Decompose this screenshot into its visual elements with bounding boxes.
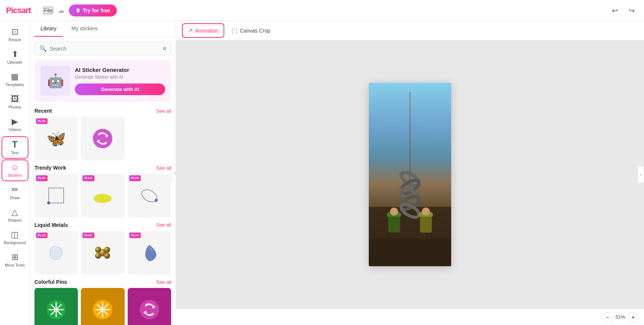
trendy-title: Trendy Work	[34, 165, 66, 171]
sidebar-item-text[interactable]: T Text	[1, 136, 28, 159]
colorful-pins-section-header: Colorful Pins See all	[34, 279, 171, 285]
ai-card-title: AI Sticker Generator	[75, 67, 165, 73]
undo-button[interactable]: ↩	[609, 4, 621, 16]
canvas-image-container	[369, 83, 451, 266]
recent-sticker-grid: PLUS 🦋	[34, 117, 171, 160]
recent-title: Recent	[34, 108, 52, 114]
svg-point-30	[390, 207, 398, 215]
svg-point-9	[95, 253, 101, 259]
svg-point-0	[93, 129, 112, 148]
canvas-crop-icon: ⬚	[232, 27, 237, 34]
shapes-icon: △	[12, 208, 18, 216]
sidebar-item-label: Text	[11, 151, 18, 155]
canvas-bottom-bar: − 51% +	[176, 309, 644, 325]
sticker-sync[interactable]	[81, 117, 124, 160]
sidebar-item-shapes[interactable]: △ Shapes	[1, 204, 28, 226]
sticker-yellow-shape[interactable]: PLUS	[81, 174, 124, 217]
plus-badge: PLUS	[82, 175, 94, 181]
sidebar-item-templates[interactable]: ▦ Templates	[1, 69, 28, 91]
sync-circle-image	[91, 127, 114, 150]
cloud-icon[interactable]: ☁	[58, 6, 64, 15]
sidebar-item-label: Shapes	[8, 218, 22, 222]
sidebar-item-uploads[interactable]: ⬆ Uploads	[1, 46, 28, 68]
svg-point-5	[155, 199, 158, 202]
search-input[interactable]	[50, 46, 160, 52]
canvas-area: ↗ Animation ⬚ Canvas Crop	[176, 21, 644, 325]
panel-tabs: Library My stickers	[30, 21, 176, 37]
sticker-glass[interactable]: PLUS	[34, 231, 78, 274]
svg-point-33	[422, 207, 430, 215]
recent-section-header: Recent See all	[34, 108, 171, 114]
sidebar-item-label: Videos	[9, 127, 21, 132]
sticker-oval[interactable]: PLUS	[128, 174, 171, 217]
sidebar-item-label: Photos	[8, 105, 21, 109]
sticker-butterfly[interactable]: PLUS 🦋	[34, 117, 78, 160]
colorful-pins-grid	[34, 288, 171, 325]
logo-text: Picsart	[6, 6, 31, 15]
chain-visual	[369, 147, 451, 267]
sidebar-item-label: Templates	[5, 82, 24, 87]
plus-badge: PLUS	[129, 175, 141, 181]
panel-collapse-button[interactable]: ‹	[171, 164, 176, 182]
canvas-toolbar: ↗ Animation ⬚ Canvas Crop	[176, 21, 644, 40]
right-panel-expand[interactable]: ›	[638, 165, 644, 183]
robot-icon: 🤖	[47, 73, 64, 89]
zoom-out-button[interactable]: −	[603, 312, 613, 322]
pink-pin-image	[138, 298, 161, 321]
sidebar-item-videos[interactable]: ▶ Videos	[1, 114, 28, 136]
canvas-crop-button[interactable]: ⬚ Canvas Crop	[226, 23, 276, 38]
zoom-in-button[interactable]: +	[628, 312, 638, 322]
ai-card-subtitle: Generate Sticker with AI	[75, 75, 165, 80]
trendy-sticker-grid: PLUS PLUS PLUS	[34, 174, 171, 217]
ai-sticker-card: 🤖 AI Sticker Generator Generate Sticker …	[34, 60, 171, 102]
svg-rect-34	[369, 239, 451, 266]
left-sidebar: ⊡ Resize ⬆ Uploads ▦ Templates 🖼 Photos …	[0, 21, 30, 325]
photos-icon: 🖼	[11, 95, 19, 103]
sticker-green-pin[interactable]	[34, 288, 78, 325]
sticker-pink-pin[interactable]	[128, 288, 171, 325]
background-icon: ◫	[11, 231, 19, 239]
colorful-pins-title: Colorful Pins	[34, 279, 67, 285]
liquid-metals-grid: PLUS PLUS	[34, 231, 171, 274]
animation-button[interactable]: ↗ Animation	[182, 23, 224, 38]
sidebar-item-more-tools[interactable]: ⊞ More Tools	[1, 249, 28, 271]
sidebar-item-draw[interactable]: ✏ Draw	[1, 182, 28, 204]
sticker-gold-balls[interactable]: PLUS	[81, 231, 124, 274]
sidebar-item-label: Background	[4, 240, 26, 245]
ai-card-image: 🤖	[40, 66, 70, 96]
sidebar-item-background[interactable]: ◫ Background	[1, 227, 28, 249]
plus-badge: PLUS	[36, 175, 48, 181]
sidebar-item-photos[interactable]: 🖼 Photos	[1, 91, 28, 113]
sticker-square-line[interactable]: PLUS	[34, 174, 78, 217]
tab-my-stickers[interactable]: My stickers	[66, 21, 104, 37]
generate-ai-button[interactable]: Generate with AI	[75, 83, 165, 95]
square-line-image	[45, 184, 67, 207]
sidebar-item-resize[interactable]: ⊡ Resize	[1, 24, 28, 46]
upload-icon: ⬆	[12, 50, 18, 58]
filter-icon[interactable]: ≡	[163, 45, 166, 52]
svg-point-10	[104, 253, 110, 259]
redo-button[interactable]: ↪	[626, 4, 638, 16]
sidebar-item-label: Draw	[10, 195, 20, 200]
oval-image	[138, 185, 161, 207]
topbar: Picsart File ☁ ♛ Try for free ↩ ↪	[0, 0, 644, 21]
try-free-button[interactable]: ♛ Try for free	[69, 4, 117, 16]
gold-pin-image	[91, 298, 114, 321]
file-menu[interactable]: File	[43, 7, 53, 14]
blue-metal-image	[138, 242, 161, 264]
sticker-gold-pin[interactable]	[81, 288, 124, 325]
colorful-pins-see-all[interactable]: See all	[156, 279, 171, 285]
sticker-blue-metal[interactable]: PLUS	[128, 231, 171, 274]
logo: Picsart	[6, 6, 31, 15]
liquid-metals-see-all[interactable]: See all	[156, 222, 171, 228]
svg-rect-1	[49, 188, 64, 203]
recent-see-all[interactable]: See all	[156, 108, 171, 114]
svg-point-7	[95, 247, 101, 253]
animation-icon: ↗	[188, 27, 193, 34]
templates-icon: ▦	[11, 73, 19, 81]
draw-icon: ✏	[12, 186, 18, 194]
tab-library[interactable]: Library	[34, 21, 63, 37]
trendy-section-header: Trendy Work See all	[34, 165, 171, 171]
trendy-see-all[interactable]: See all	[156, 165, 171, 171]
sidebar-item-stickers[interactable]: ☺ Stickers	[1, 160, 28, 181]
